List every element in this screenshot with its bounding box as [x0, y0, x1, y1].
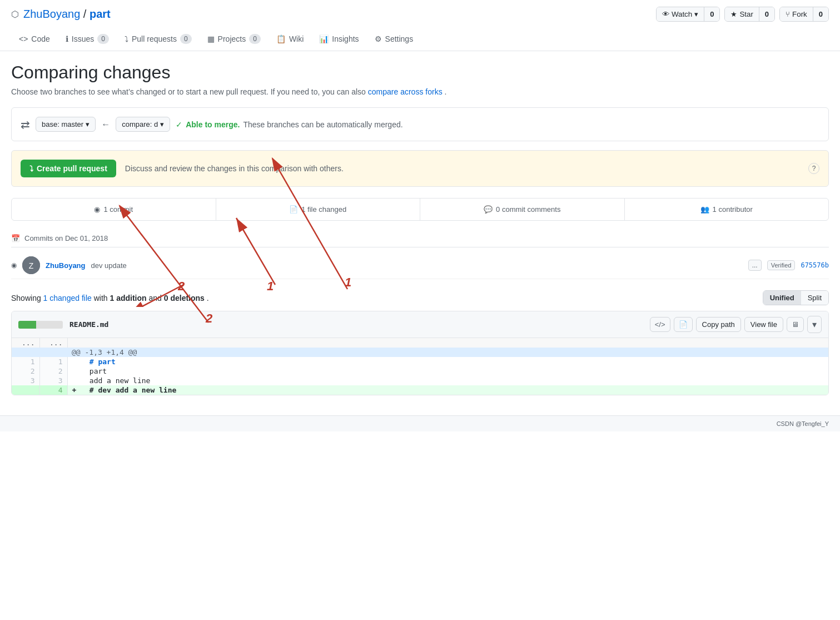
unified-view-button[interactable]: Unified: [763, 291, 801, 305]
ellipsis-new-num: ...: [39, 338, 67, 348]
issues-icon: ℹ: [66, 34, 68, 43]
commits-date-label: Commits on Dec 01, 2018: [24, 234, 108, 242]
help-button[interactable]: ?: [808, 163, 819, 174]
files-stat: 📄 1 file changed: [216, 199, 421, 220]
verified-badge: Verified: [767, 260, 796, 270]
watch-label: Watch: [672, 10, 692, 18]
compare-bar: ⇄ base: master ▾ ← compare: d ▾ ✓ Able t…: [11, 107, 829, 141]
base-branch-label: base: master: [42, 120, 83, 128]
repo-owner-link[interactable]: ZhuBoyang: [23, 8, 80, 20]
tab-projects[interactable]: ▦ Projects 0: [200, 28, 269, 51]
repo-icon: ⬡: [11, 9, 19, 19]
comments-stat: 💬 0 commit comments: [420, 199, 625, 220]
monitor-icon-button[interactable]: 🖥: [787, 317, 804, 332]
file-tree-button[interactable]: 📄: [674, 317, 693, 332]
diff-table: ... ... @@ -1,3 +1,4 @@ 1 1 # part: [12, 338, 828, 395]
page-subtitle: Choose two branches to see what’s change…: [11, 87, 829, 96]
files-count: 1 file changed: [301, 205, 346, 214]
split-view-button[interactable]: Split: [801, 291, 828, 305]
changed-files-link[interactable]: 1 changed file: [43, 294, 92, 302]
compare-branch-label: compare: d: [122, 120, 158, 128]
star-group: ★ Star 0: [724, 7, 775, 22]
star-button[interactable]: ★ Star: [725, 7, 758, 21]
line-new-num-3: 3: [39, 376, 67, 385]
code-view-button[interactable]: </>: [650, 317, 670, 332]
settings-icon: ⚙: [375, 34, 382, 43]
period-text: .: [207, 294, 209, 302]
hunk-old-num: [12, 348, 39, 357]
comments-icon: 💬: [484, 205, 493, 214]
line-old-num-1: 1: [12, 357, 39, 366]
tab-pull-requests[interactable]: ⤵ Pull requests 0: [117, 28, 200, 51]
file-count-badge: [18, 321, 63, 329]
annotation-number-1: 1: [267, 279, 274, 294]
line-new-num-1: 1: [39, 357, 67, 366]
commit-author[interactable]: ZhuBoyang: [46, 261, 86, 270]
base-branch-select[interactable]: base: master ▾: [36, 117, 96, 132]
star-label: Star: [739, 10, 753, 18]
watch-button[interactable]: 👁 Watch ▾: [657, 7, 704, 21]
line-new-num-4: 4: [39, 385, 67, 395]
merge-description: These branches can be automatically merg…: [243, 120, 402, 129]
merge-status-text: Able to merge.: [186, 120, 240, 129]
showing-prefix: Showing: [11, 294, 41, 302]
line-content-2: part: [67, 366, 828, 376]
copy-path-button[interactable]: Copy path: [696, 317, 741, 332]
diff-line-row: 2 2 part: [12, 366, 828, 376]
diff-line-row: 1 1 # part: [12, 357, 828, 366]
repo-name-link[interactable]: part: [90, 8, 111, 20]
star-count: 0: [759, 7, 774, 21]
file-diff-header: README.md </> 📄 Copy path View file 🖥 ▾: [12, 311, 828, 338]
commit-hash[interactable]: 675576b: [801, 261, 829, 269]
view-file-button[interactable]: View file: [744, 317, 783, 332]
calendar-icon: 📅: [11, 234, 20, 242]
fork-button[interactable]: ⑂ Fork: [780, 7, 813, 21]
contributors-stat: 👥 1 contributor: [625, 199, 829, 220]
annotation-number-2: 2: [178, 279, 185, 294]
compare-forks-link[interactable]: compare across forks: [368, 87, 443, 96]
tab-insights[interactable]: 📊 Insights: [311, 28, 366, 51]
diff-ellipsis-row: ... ...: [12, 338, 828, 348]
avatar: Z: [22, 256, 40, 274]
footer-text: CSDN @Tengfei_Y: [777, 420, 829, 427]
tab-pr-label: Pull requests: [132, 34, 177, 43]
diff-added-row: 4 + # dev add a new line: [12, 385, 828, 395]
repo-separator: /: [83, 8, 87, 20]
fork-label: Fork: [792, 10, 807, 18]
contributors-icon: 👥: [700, 205, 709, 214]
tab-insights-label: Insights: [332, 34, 359, 43]
expand-button[interactable]: ▾: [807, 316, 822, 333]
compare-chevron-icon: ▾: [160, 120, 164, 128]
commit-message: dev update: [91, 261, 743, 270]
projects-icon: ▦: [207, 34, 215, 43]
compare-branch-select[interactable]: compare: d ▾: [116, 117, 170, 132]
fork-group: ⑂ Fork 0: [779, 7, 829, 22]
wiki-icon: 📋: [276, 34, 286, 43]
create-pr-button[interactable]: ⤵ Create pull request: [21, 160, 116, 177]
tab-issues[interactable]: ℹ Issues 0: [58, 28, 117, 51]
tab-code[interactable]: <> Code: [11, 28, 58, 51]
deletions-text: 0 deletions: [164, 294, 205, 302]
and-text: and: [148, 294, 163, 302]
tab-wiki[interactable]: 📋 Wiki: [269, 28, 311, 51]
tab-projects-label: Projects: [218, 34, 246, 43]
pr-banner: ⤵ Create pull request Discuss and review…: [11, 150, 829, 187]
fork-count: 0: [813, 7, 828, 21]
commit-more-button[interactable]: ...: [748, 260, 762, 271]
line-old-num-2: 2: [12, 366, 39, 376]
file-changes-header: Showing 1 changed file with 1 addition a…: [11, 290, 829, 305]
additions-text: 1 addition: [110, 294, 146, 302]
with-text: with: [94, 294, 110, 302]
subtitle-end: .: [445, 87, 447, 96]
repo-header: ⬡ ZhuBoyang / part 👁 Watch ▾ 0 ★ Star 0 …: [0, 0, 840, 28]
commit-row: ◉ Z ZhuBoyang dev update ... Verified 67…: [11, 252, 829, 279]
compare-arrows-icon: ⇄: [21, 118, 30, 131]
page-title: Comparing changes: [11, 62, 829, 83]
hunk-new-num: [39, 348, 67, 357]
files-icon: 📄: [289, 205, 298, 214]
pr-badge: 0: [180, 34, 192, 44]
tab-settings-label: Settings: [385, 34, 414, 43]
ellipsis-old-num: ...: [12, 338, 39, 348]
fork-icon: ⑂: [786, 10, 790, 18]
tab-settings[interactable]: ⚙ Settings: [367, 28, 421, 51]
